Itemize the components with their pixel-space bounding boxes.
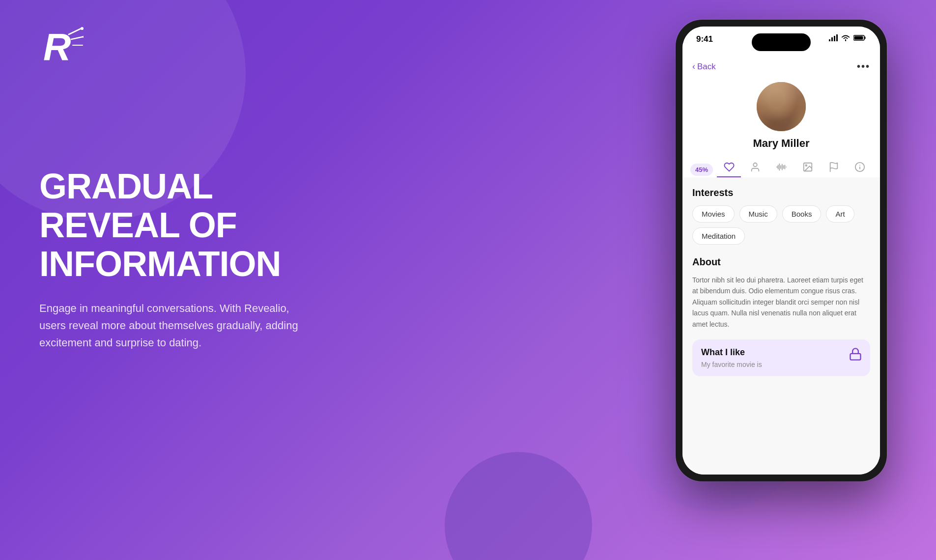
svg-rect-12 [854,36,863,40]
interest-art: Art [826,205,854,223]
svg-point-23 [805,165,807,166]
wifi-icon [841,34,850,41]
profile-section: Mary Miller [682,76,880,158]
person-icon [750,162,761,172]
avatar [757,82,806,131]
svg-rect-28 [851,354,861,360]
card-subtitle: My favorite movie is [701,361,861,368]
info-icon [854,162,865,172]
left-content: GRADUAL REVEAL OF INFORMATION Engage in … [39,167,359,351]
phone-screen: 9:41 [682,27,880,475]
waveform-icon [776,162,787,172]
flag-icon [828,162,839,172]
svg-point-13 [753,163,757,167]
about-title: About [692,256,870,268]
interest-books: Books [782,205,822,223]
scroll-content: Interests Movies Music Books Art Meditat… [682,177,880,475]
svg-rect-8 [834,36,835,41]
back-chevron-icon: ‹ [692,61,695,72]
logo: R [39,25,84,69]
tab-waveform[interactable] [769,162,794,177]
avatar-image [757,82,806,131]
svg-line-2 [71,37,83,39]
phone-frame: 9:41 [676,20,887,481]
tab-flag[interactable] [822,162,846,177]
status-time: 9:41 [696,34,713,44]
dynamic-island [752,33,811,51]
svg-text:R: R [43,25,71,68]
svg-rect-7 [831,37,833,41]
card-title: What I like [701,347,861,358]
svg-rect-11 [865,37,866,39]
back-button[interactable]: ‹ Back [692,61,716,72]
tab-percentage[interactable]: 45% [690,164,713,176]
tab-bar[interactable]: 45% [682,158,880,177]
tab-image[interactable] [795,162,820,177]
interests-title: Interests [692,187,870,198]
app-content: ‹ Back ••• Mary Miller 45% [682,55,880,475]
about-text: Tortor nibh sit leo dui pharetra. Laoree… [692,275,870,330]
interests-section: Interests Movies Music Books Art Meditat… [692,187,870,245]
battery-icon [853,34,866,41]
headline: GRADUAL REVEAL OF INFORMATION [39,167,359,284]
svg-point-4 [81,27,84,30]
bg-blob-3 [445,452,592,560]
signal-icon [829,34,838,41]
tab-info[interactable] [848,162,872,177]
phone-container: 9:41 [676,20,887,540]
image-icon [802,162,813,172]
svg-point-5 [83,36,84,38]
svg-rect-9 [836,34,838,41]
more-button[interactable]: ••• [857,61,870,72]
heart-icon [724,162,735,172]
svg-rect-6 [829,39,830,41]
tab-heart[interactable] [717,162,741,177]
interest-music: Music [739,205,777,223]
what-i-like-card: What I like My favorite movie is [692,339,870,376]
tab-person[interactable] [743,162,767,177]
subtext: Engage in meaningful conversations. With… [39,300,314,352]
profile-name: Mary Miller [753,137,810,150]
nav-bar: ‹ Back ••• [682,55,880,76]
lock-icon [849,347,862,361]
back-label: Back [697,62,716,72]
status-icons [829,34,866,41]
interests-container: Movies Music Books Art Meditation [692,205,870,245]
about-section: About Tortor nibh sit leo dui pharetra. … [692,256,870,330]
interest-movies: Movies [692,205,735,223]
interest-meditation: Meditation [692,227,745,245]
